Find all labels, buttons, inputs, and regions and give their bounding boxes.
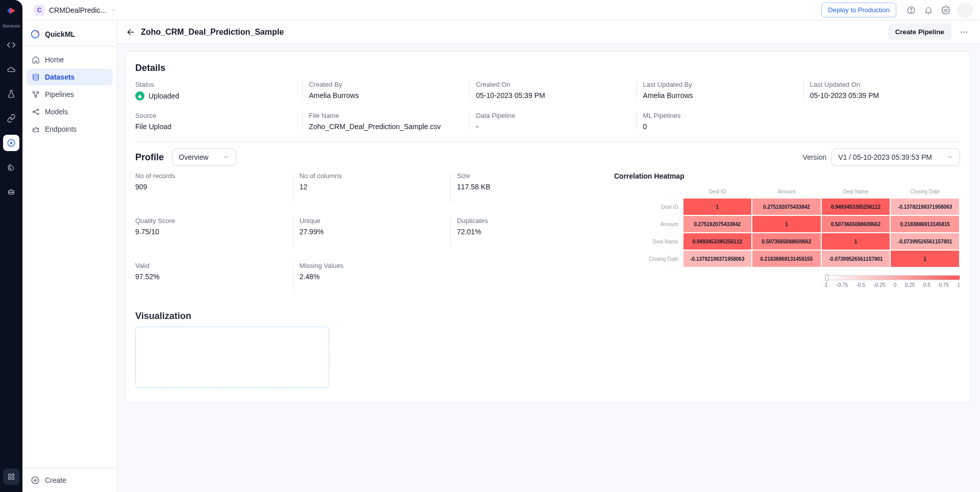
sidebar-header: QuickML	[22, 20, 117, 46]
heatmap-cell: 1	[683, 199, 752, 215]
thumbs-up-icon	[135, 91, 144, 101]
heatmap-cell: -0.07399526561157801	[822, 251, 890, 267]
svg-rect-8	[12, 477, 14, 479]
stat-valid: Valid97.52%	[135, 262, 288, 292]
create-pipeline-button[interactable]: Create Pipeline	[888, 24, 951, 40]
heatmap-row-header: Closing Date	[614, 251, 682, 267]
endpoints-icon	[32, 125, 40, 133]
heatmap-cell: -0.07399526561157801	[891, 233, 959, 250]
stat-records: No of records909	[135, 172, 288, 203]
correlation-heatmap: Deal IDAmountDeal NameClosing DateDeal I…	[613, 187, 960, 268]
stat-columns: No of columns12	[293, 172, 446, 203]
select-value: Overview	[179, 153, 208, 161]
back-button[interactable]	[126, 27, 136, 37]
bell-icon[interactable]	[921, 3, 936, 18]
rail-item-spiral[interactable]	[3, 159, 19, 176]
details-heading: Details	[135, 63, 960, 73]
rail-item-quickml[interactable]	[3, 135, 19, 151]
project-badge: C	[34, 5, 45, 16]
visualization-heading: Visualization	[135, 311, 960, 322]
gear-icon[interactable]	[938, 3, 953, 18]
meta-created-on: Created On 05-10-2023 05:39 PM	[469, 81, 626, 101]
sidebar-item-label: Home	[45, 56, 64, 64]
stat-missing: Missing Values2.48%	[293, 262, 446, 292]
status-chip: Uploaded	[135, 91, 179, 101]
sidebar-item-label: Endpoints	[45, 125, 77, 133]
deploy-to-production-button[interactable]: Deploy to Production	[821, 3, 896, 17]
heatmap-cell: 0.5073665088609662	[752, 233, 821, 250]
sidebar: QuickML Home Datasets Pipelines Models E…	[22, 20, 117, 492]
sidebar-item-home[interactable]: Home	[27, 52, 113, 68]
rail-item-bot[interactable]	[3, 184, 19, 200]
stat-duplicates: Duplicates72.01%	[450, 217, 603, 248]
legend-gradient	[827, 275, 960, 280]
sidebar-item-datasets[interactable]: Datasets	[27, 69, 113, 85]
left-rail: Services	[0, 0, 22, 492]
sidebar-create-button[interactable]: Create	[22, 468, 117, 492]
heatmap-cell: -0.13782198371958063	[683, 251, 752, 267]
pipelines-icon	[32, 90, 40, 99]
sidebar-title: QuickML	[45, 30, 75, 38]
meta-source: Source File Upload	[135, 112, 292, 131]
arrow-left-icon	[126, 27, 136, 37]
stat-size: Size117.58 KB	[450, 172, 603, 203]
chevron-down-icon	[110, 7, 116, 13]
heatmap-cell: 0.275192075433842	[683, 216, 752, 232]
plus-circle-icon	[31, 476, 40, 485]
brand-logo	[4, 3, 19, 18]
meta-status: Status Uploaded	[135, 81, 292, 101]
heatmap-legend: -1-0.75-0.5-0.2500.250.50.751	[613, 275, 960, 292]
svg-point-24	[966, 31, 967, 32]
main-scroll[interactable]: Details Status Uploaded Created By Ameli…	[117, 44, 980, 492]
rail-item-flask[interactable]	[3, 86, 19, 102]
visualization-dropzone[interactable]	[135, 327, 329, 388]
rail-apps-button[interactable]	[3, 469, 19, 485]
datasets-icon	[32, 73, 40, 81]
meta-ml-pipelines: ML Pipelines 0	[636, 112, 793, 131]
version-select[interactable]: V1 / 05-10-2023 05:39:53 PM	[831, 149, 960, 166]
models-icon	[32, 108, 40, 116]
rail-item-link[interactable]	[3, 110, 19, 127]
heatmap-cell: 1	[752, 216, 821, 232]
page-title: Zoho_CRM_Deal_Prediction_Sample	[141, 28, 284, 37]
sidebar-item-pipelines[interactable]: Pipelines	[27, 86, 113, 103]
rail-item-cloud[interactable]	[3, 61, 19, 78]
help-icon[interactable]	[903, 3, 919, 18]
legend-ticks: -1-0.75-0.5-0.2500.250.50.751	[823, 282, 960, 288]
details-grid: Status Uploaded Created By Amelia Burrow…	[135, 81, 960, 131]
stat-unique: Unique27.99%	[293, 217, 446, 248]
meta-updated-on: Last Updated On 05-10-2023 05:39 PM	[803, 81, 960, 101]
heatmap-row-header: Deal Name	[614, 233, 682, 250]
heatmap-cell: 1	[891, 251, 959, 267]
heatmap-cell: 0.275192075433842	[752, 199, 821, 215]
svg-point-4	[12, 192, 13, 193]
heatmap-row-header: Deal ID	[614, 199, 682, 215]
project-picker[interactable]: C CRMDealPredic...	[30, 3, 120, 18]
chevron-down-icon	[946, 154, 953, 161]
sidebar-item-label: Pipelines	[45, 90, 74, 99]
sidebar-item-endpoints[interactable]: Endpoints	[27, 121, 113, 137]
svg-point-3	[10, 192, 11, 193]
kebab-icon	[960, 28, 969, 37]
rail-item-code[interactable]	[3, 37, 19, 53]
rail-label: Services	[3, 23, 20, 29]
svg-rect-6	[12, 474, 14, 476]
more-actions-button[interactable]	[957, 24, 972, 40]
divider	[135, 142, 960, 142]
legend-thumb[interactable]	[825, 274, 828, 281]
svg-point-14	[33, 74, 39, 76]
heatmap-cell: -0.13782198371958063	[891, 199, 959, 215]
dataset-card: Details Status Uploaded Created By Ameli…	[125, 51, 971, 403]
profile-view-select[interactable]: Overview	[172, 149, 236, 166]
page-header: Zoho_CRM_Deal_Prediction_Sample Create P…	[117, 20, 980, 44]
quickml-logo-icon	[30, 29, 41, 40]
heatmap-cell: 0.9493453395256112	[683, 233, 752, 250]
sidebar-item-models[interactable]: Models	[27, 104, 113, 120]
version-label: Version	[803, 153, 827, 161]
meta-file-name: File Name Zoho_CRM_Deal_Prediction_Sampl…	[302, 112, 459, 131]
user-avatar[interactable]	[958, 3, 973, 18]
sidebar-item-label: Models	[45, 108, 68, 116]
svg-point-13	[37, 31, 39, 33]
svg-point-23	[964, 31, 965, 32]
sidebar-nav: Home Datasets Pipelines Models Endpoints	[22, 46, 117, 142]
